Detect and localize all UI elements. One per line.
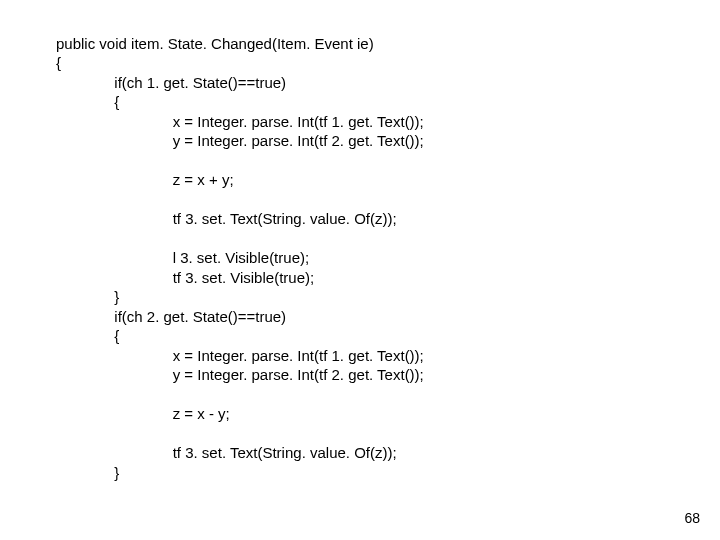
code-line: public void item. State. Changed(Item. E… [56,35,374,52]
code-line: x = Integer. parse. Int(tf 1. get. Text(… [56,347,424,364]
code-line: } [56,464,119,481]
code-block: public void item. State. Changed(Item. E… [56,14,424,482]
code-line: tf 3. set. Visible(true); [56,269,314,286]
code-line: l 3. set. Visible(true); [56,249,309,266]
code-line: tf 3. set. Text(String. value. Of(z)); [56,210,397,227]
code-line: z = x + y; [56,171,234,188]
code-line: if(ch 2. get. State()==true) [56,308,286,325]
code-line: y = Integer. parse. Int(tf 2. get. Text(… [56,132,424,149]
page-number: 68 [684,510,700,526]
code-line: { [56,327,119,344]
code-line: { [56,93,119,110]
code-line: x = Integer. parse. Int(tf 1. get. Text(… [56,113,424,130]
code-line: y = Integer. parse. Int(tf 2. get. Text(… [56,366,424,383]
slide-page: public void item. State. Changed(Item. E… [0,0,720,540]
code-line: if(ch 1. get. State()==true) [56,74,286,91]
code-line: z = x - y; [56,405,230,422]
code-line: { [56,54,61,71]
code-line: tf 3. set. Text(String. value. Of(z)); [56,444,397,461]
code-line: } [56,288,119,305]
